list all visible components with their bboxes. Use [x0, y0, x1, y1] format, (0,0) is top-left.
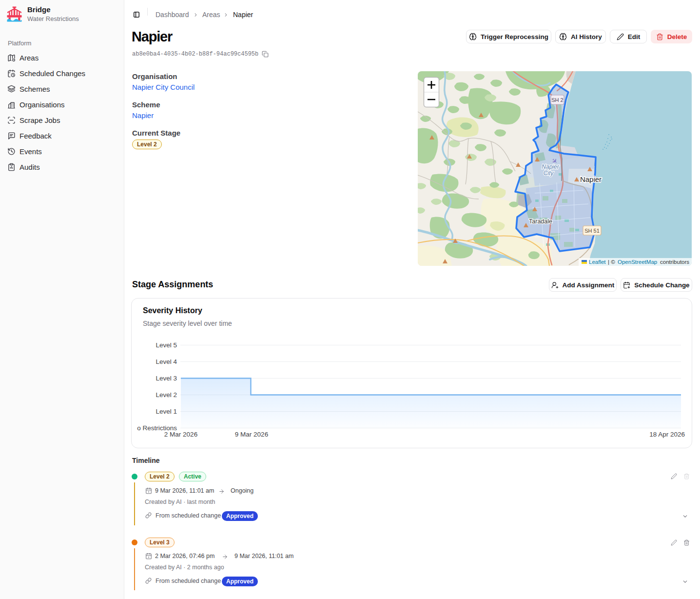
svg-text:2 Mar 2026: 2 Mar 2026: [164, 431, 197, 438]
svg-text:OpenStreetMap: OpenStreetMap: [618, 259, 657, 265]
svg-text:SH 2: SH 2: [551, 97, 563, 103]
svg-text:Level 2: Level 2: [156, 391, 177, 399]
svg-text:Level 4: Level 4: [156, 358, 177, 365]
svg-text:Napier: Napier: [542, 163, 559, 170]
svg-text:Level 5: Level 5: [156, 341, 177, 349]
svg-text:Level 3: Level 3: [156, 375, 177, 382]
svg-text:Leaflet: Leaflet: [589, 259, 606, 265]
svg-text:9 Mar 2026: 9 Mar 2026: [235, 431, 268, 438]
svg-text:Napier: Napier: [580, 175, 602, 183]
svg-text:Taradale: Taradale: [529, 218, 552, 225]
svg-text:SH 51: SH 51: [584, 228, 600, 234]
svg-text:Level 1: Level 1: [156, 408, 177, 415]
svg-text:18 Apr 2026: 18 Apr 2026: [649, 431, 685, 438]
svg-text:City: City: [544, 170, 554, 177]
svg-text:| ©: | ©: [608, 259, 615, 265]
svg-text:contributors: contributors: [660, 259, 689, 265]
